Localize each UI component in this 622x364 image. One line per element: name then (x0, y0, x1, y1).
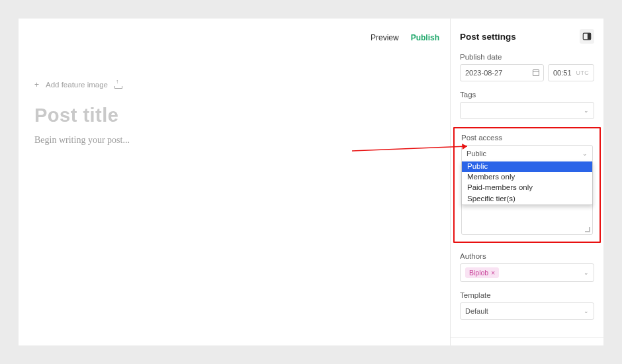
author-chip: Biplob × (465, 267, 499, 278)
publish-date-input[interactable]: 2023-08-27 (460, 64, 544, 81)
settings-panel: Post settings Publish date 2023-08-27 (450, 19, 603, 345)
post-title-input[interactable]: Post title (34, 105, 118, 126)
app-window: Preview Publish + Add feature image Post… (19, 19, 603, 345)
template-group: Template Default ⌄ (460, 291, 594, 320)
authors-label: Authors (460, 252, 594, 260)
post-access-label: Post access (461, 134, 593, 142)
publish-date-value: 2023-08-27 (465, 69, 502, 77)
authors-group: Authors Biplob × ⌄ (460, 252, 594, 282)
feature-post-row: Feature this post (451, 337, 603, 345)
editor-header: Preview Publish (371, 33, 439, 42)
access-option-tiers[interactable]: Specific tier(s) (462, 194, 592, 205)
svg-rect-1 (588, 33, 591, 40)
chevron-down-icon: ⌄ (584, 107, 589, 114)
publish-date-label: Publish date (460, 53, 594, 61)
add-feature-image-button[interactable]: + Add feature image (34, 81, 122, 89)
tags-group: Tags ⌄ (460, 91, 594, 119)
author-chip-remove[interactable]: × (491, 269, 495, 277)
post-access-selected: Public (466, 150, 486, 158)
sidebar-toggle-button[interactable] (580, 29, 594, 44)
tags-select[interactable]: ⌄ (460, 102, 594, 119)
settings-title: Post settings (460, 32, 516, 42)
calendar-icon (533, 69, 539, 76)
chevron-down-icon: ⌄ (582, 150, 588, 157)
post-access-select[interactable]: Public ⌄ (461, 145, 593, 162)
publish-time-input[interactable]: 00:51 UTC (548, 64, 594, 81)
authors-select[interactable]: Biplob × ⌄ (460, 263, 594, 282)
settings-header: Post settings (451, 19, 603, 53)
post-access-dropdown: Public Members only Paid-members only Sp… (461, 161, 593, 205)
upload-icon (114, 81, 122, 89)
publish-button[interactable]: Publish (411, 33, 439, 42)
publish-date-group: Publish date 2023-08-27 00:51 UTC (460, 53, 594, 81)
chevron-down-icon: ⌄ (584, 308, 589, 314)
template-label: Template (460, 291, 594, 299)
plus-icon: + (34, 81, 39, 89)
editor-area: Preview Publish + Add feature image Post… (19, 19, 450, 345)
post-access-group: Post access Public ⌄ Public Members only… (453, 127, 601, 243)
template-select[interactable]: Default ⌄ (460, 302, 594, 320)
sidebar-icon (582, 32, 592, 41)
template-selected: Default (465, 307, 488, 315)
access-option-members[interactable]: Members only (462, 172, 592, 183)
tags-label: Tags (460, 91, 594, 99)
author-chip-name: Biplob (469, 269, 488, 277)
add-feature-label: Add feature image (46, 81, 108, 89)
access-option-public[interactable]: Public (462, 161, 592, 172)
publish-time-value: 00:51 (553, 69, 572, 77)
chevron-down-icon: ⌄ (584, 269, 589, 276)
preview-button[interactable]: Preview (371, 33, 399, 42)
access-option-paid[interactable]: Paid-members only (462, 183, 592, 193)
post-body-input[interactable]: Begin writing your post... (34, 135, 130, 146)
tz-label: UTC (576, 69, 589, 76)
